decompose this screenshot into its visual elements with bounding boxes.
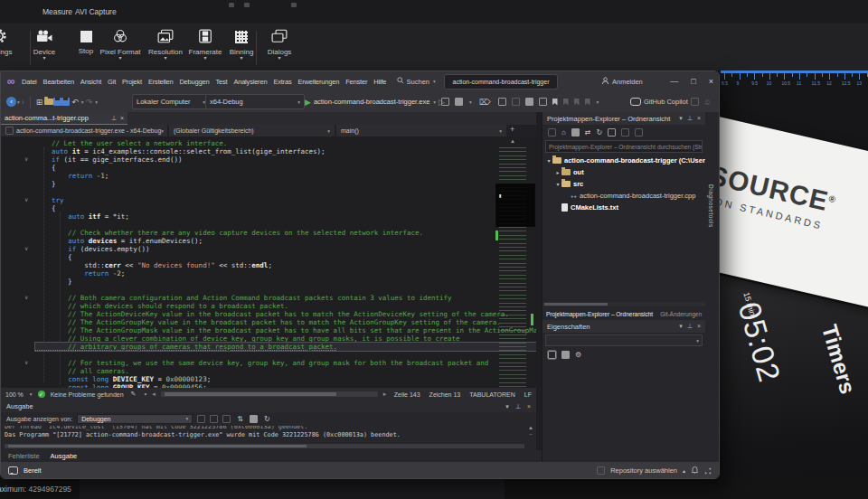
tree-item-action-command-broadcast-trigger-cpp[interactable]: ++action-command-broadcast-trigger.cpp bbox=[542, 190, 705, 202]
new-project-button[interactable]: ⊞ bbox=[36, 98, 43, 107]
bottom-tab-fehlerliste[interactable]: Fehlerliste bbox=[8, 452, 40, 460]
code-line[interactable]: return -2; bbox=[35, 269, 536, 278]
toolbar-icon[interactable] bbox=[525, 98, 533, 106]
menu-item-extras[interactable]: Extras bbox=[270, 78, 295, 86]
code-line[interactable]: return -1; bbox=[35, 172, 536, 180]
word-wrap-icon[interactable]: ⇅ bbox=[237, 415, 243, 423]
solution-explorer-search[interactable]: Projektmappen-Explorer – Ordneransicht d… bbox=[545, 140, 703, 153]
save-all-button[interactable] bbox=[61, 98, 70, 106]
fold-arrow-icon[interactable]: ∨ bbox=[24, 294, 28, 300]
code-line[interactable]: // arbitrary groups of cameras that resp… bbox=[35, 343, 536, 351]
code-line[interactable]: std::cerr << "No devices found!" << std:… bbox=[35, 261, 536, 269]
menu-item-ansicht[interactable]: Ansicht bbox=[77, 78, 104, 86]
close-icon[interactable]: × bbox=[697, 115, 701, 122]
output-source-dropdown[interactable]: Debuggen ▾ bbox=[77, 414, 193, 424]
line-indicator[interactable]: Zeile 143 bbox=[394, 391, 420, 398]
output-tool-icon[interactable] bbox=[210, 415, 218, 423]
capture-button-dialogs[interactable]: Dialogs▾ bbox=[255, 29, 304, 60]
select-repository-button[interactable]: Repository auswählen bbox=[610, 466, 677, 475]
close-button[interactable]: × bbox=[709, 77, 713, 86]
toolbar-icon[interactable] bbox=[608, 128, 616, 137]
menu-item-git[interactable]: Git bbox=[105, 78, 119, 86]
toolbar-icon[interactable] bbox=[512, 98, 520, 106]
code-line[interactable]: auto itf = *it; bbox=[35, 212, 536, 221]
code-line[interactable] bbox=[35, 221, 536, 229]
output-horizontal-scrollbar[interactable] bbox=[5, 444, 524, 448]
bookmark-icon[interactable] bbox=[563, 99, 569, 106]
scroll-up-arrow[interactable]: ▲ bbox=[510, 138, 515, 144]
column-indicator[interactable]: Zeichen 13 bbox=[429, 391, 461, 398]
solution-explorer-header[interactable]: Projektmappen-Explorer – Ordneransicht ▾… bbox=[542, 112, 705, 125]
code-text[interactable]: // Let the user select a network interfa… bbox=[35, 139, 536, 388]
code-line[interactable]: // Using a clever combination of device … bbox=[35, 334, 536, 343]
menu-item-fenster[interactable]: Fenster bbox=[343, 78, 371, 86]
unpin-icon[interactable]: ⊥ bbox=[111, 115, 117, 122]
code-line[interactable]: const long DEVICE_KEY = 0x00000123; bbox=[35, 375, 536, 383]
fold-arrow-icon[interactable]: ∨ bbox=[24, 359, 28, 365]
capture-tab-measure[interactable]: Measure bbox=[42, 7, 72, 16]
output-log[interactable]: Der Thread 'IC4.device_lost' (13704) hat… bbox=[5, 426, 524, 442]
toolbar-icon[interactable] bbox=[441, 98, 449, 106]
zoom-level-dropdown[interactable]: 100 % bbox=[5, 391, 24, 398]
capture-tab-avi-capture[interactable]: AVI Capture bbox=[75, 7, 117, 16]
clear-output-icon[interactable] bbox=[250, 415, 258, 423]
toolbar-icon[interactable] bbox=[548, 128, 556, 137]
code-line[interactable] bbox=[35, 351, 536, 359]
resize-grip[interactable] bbox=[704, 467, 712, 475]
close-tab-icon[interactable]: × bbox=[120, 115, 124, 121]
save-button[interactable] bbox=[53, 98, 61, 106]
feedback-icon[interactable]: ☺ bbox=[703, 98, 712, 107]
collapse-all-icon[interactable] bbox=[621, 128, 629, 137]
menu-item-projekt[interactable]: Projekt bbox=[119, 78, 146, 86]
switch-view-icon[interactable]: ⇄ bbox=[585, 128, 591, 137]
code-line[interactable]: if (devices.empty()) bbox=[35, 245, 536, 253]
breadcrumb-function-dropdown[interactable]: main() ▾ bbox=[336, 125, 506, 137]
menu-item-debuggen[interactable]: Debuggen bbox=[176, 78, 212, 86]
toolbar-icon[interactable] bbox=[571, 128, 580, 137]
refresh-icon[interactable]: ↻ bbox=[597, 128, 603, 137]
menu-item-hilfe[interactable]: Hilfe bbox=[371, 78, 390, 86]
scrollbar-thumb[interactable] bbox=[165, 392, 336, 396]
pin-icon[interactable]: ⊥ bbox=[687, 323, 693, 330]
tree-expander-icon[interactable]: ▾ bbox=[545, 157, 552, 164]
chevron-down-icon[interactable]: ▾ bbox=[505, 403, 509, 410]
toolbar-icon[interactable] bbox=[455, 98, 463, 106]
menu-item-test[interactable]: Test bbox=[212, 78, 231, 86]
breadcrumb-scope-dropdown[interactable]: (Globaler Gültigkeitsbereich) ▾ bbox=[169, 125, 335, 137]
configuration-dropdown[interactable]: x64-Debug ▾ bbox=[205, 94, 305, 109]
menu-item-erweiterungen[interactable]: Erweiterungen bbox=[295, 78, 343, 86]
redo-button[interactable]: ↷ bbox=[86, 98, 93, 107]
code-line[interactable]: if (it == gige_interfaces.end()) bbox=[35, 155, 536, 164]
properties-header[interactable]: Eigenschaften ▾ ⊥ × bbox=[542, 320, 705, 333]
toolbar-icon[interactable]: ⌦ bbox=[479, 98, 491, 107]
tree-item-action-command-broadcast-trigger[interactable]: ▾action-command-broadcast-trigger (C:\Us… bbox=[542, 155, 705, 166]
tree-item-src[interactable]: ▾src bbox=[542, 178, 705, 190]
code-line[interactable]: // The ActionGroupMask value in the broa… bbox=[35, 326, 536, 334]
toolbar-icon[interactable] bbox=[635, 128, 643, 137]
toolbar-icon[interactable] bbox=[539, 98, 547, 106]
notifications-bell-icon[interactable] bbox=[691, 466, 699, 476]
scroll-right-arrow[interactable]: ▸ bbox=[383, 391, 387, 398]
edit-pencil-icon[interactable]: ✎ bbox=[131, 391, 137, 398]
bookmark-icon[interactable] bbox=[552, 99, 558, 106]
output-tool-icon[interactable] bbox=[197, 415, 205, 423]
split-editor-button[interactable]: + bbox=[510, 125, 514, 134]
tree-horizontal-scrollbar[interactable] bbox=[542, 302, 705, 306]
dock-tab-git-nderungen[interactable]: Git-Änderungen bbox=[660, 311, 702, 317]
code-line[interactable]: auto it = ic4_examples::console::select_… bbox=[35, 147, 536, 155]
navigate-back-button[interactable]: ‹ bbox=[6, 97, 16, 107]
code-line[interactable]: auto devices = itf.enumDevices(); bbox=[35, 237, 536, 245]
pin-icon[interactable]: ⊥ bbox=[515, 403, 521, 410]
scroll-left-arrow[interactable]: ◂ bbox=[152, 391, 156, 398]
feedback-bubble-icon[interactable] bbox=[8, 466, 18, 475]
horizontal-scrollbar[interactable] bbox=[161, 391, 378, 397]
home-icon[interactable]: ⌂ bbox=[561, 128, 566, 137]
bookmark-icon[interactable] bbox=[574, 99, 580, 106]
toolbar-icon[interactable] bbox=[498, 98, 506, 106]
property-pages-icon[interactable]: ⚙ bbox=[575, 351, 581, 359]
undo-button[interactable]: ↶ bbox=[71, 98, 79, 107]
code-line[interactable]: // The ActionDeviceKey value in the broa… bbox=[35, 310, 536, 318]
categorized-icon[interactable] bbox=[548, 351, 556, 359]
maximize-button[interactable]: □ bbox=[691, 77, 695, 86]
code-line[interactable]: // Check whether there are any video cap… bbox=[35, 229, 536, 237]
